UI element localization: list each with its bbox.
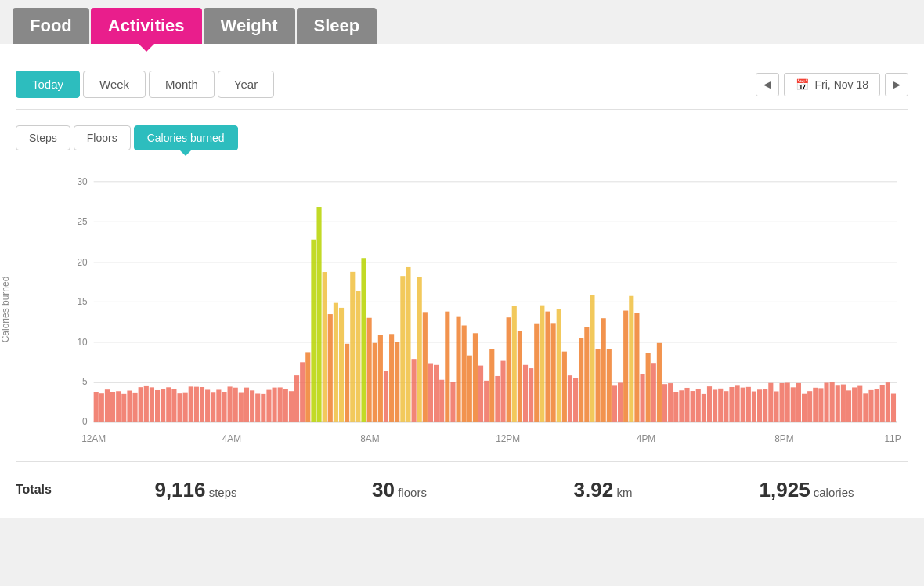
svg-rect-83 (439, 380, 444, 422)
svg-rect-91 (484, 381, 489, 422)
svg-rect-31 (150, 387, 154, 422)
svg-text:0: 0 (82, 416, 88, 427)
svg-rect-44 (222, 392, 226, 421)
svg-rect-63 (328, 314, 333, 422)
svg-rect-85 (450, 382, 455, 421)
svg-rect-112 (601, 318, 606, 422)
svg-rect-52 (266, 390, 271, 422)
svg-rect-57 (294, 375, 299, 422)
nav-tab-weight[interactable]: Weight (204, 8, 295, 44)
current-date-label: Fri, Nov 18 (815, 78, 868, 91)
svg-rect-99 (529, 368, 533, 422)
svg-rect-128 (691, 391, 695, 422)
svg-rect-135 (729, 387, 734, 422)
svg-rect-78 (412, 359, 417, 422)
floors-unit: floors (398, 486, 427, 499)
svg-rect-160 (868, 390, 873, 422)
svg-rect-76 (400, 276, 405, 422)
svg-rect-140 (757, 389, 762, 422)
svg-rect-137 (741, 388, 745, 422)
svg-rect-139 (752, 392, 756, 422)
svg-rect-32 (155, 390, 160, 422)
totals-floors: 30 floors (298, 478, 501, 502)
svg-rect-114 (612, 385, 617, 422)
svg-rect-142 (768, 383, 773, 422)
main-content: Today Week Month Year ◀ 📅 Fri, Nov 18 ▶ … (0, 44, 924, 518)
svg-rect-84 (445, 312, 449, 422)
svg-rect-64 (334, 303, 338, 422)
svg-rect-73 (384, 371, 388, 422)
svg-rect-103 (551, 323, 556, 422)
svg-rect-143 (774, 391, 778, 421)
svg-rect-77 (406, 267, 410, 422)
prev-date-button[interactable]: ◀ (756, 73, 779, 96)
svg-rect-60 (311, 240, 316, 422)
svg-rect-53 (273, 388, 277, 422)
svg-text:5: 5 (82, 376, 88, 387)
svg-rect-118 (634, 313, 639, 422)
chart-tabs: Steps Floors Calories burned (16, 125, 908, 150)
period-bar: Today Week Month Year ◀ 📅 Fri, Nov 18 ▶ (16, 60, 908, 110)
svg-rect-122 (657, 343, 662, 422)
svg-rect-80 (423, 312, 428, 422)
svg-rect-42 (211, 392, 215, 422)
period-tab-month[interactable]: Month (149, 71, 215, 98)
svg-rect-45 (228, 386, 233, 421)
svg-rect-163 (886, 382, 890, 422)
svg-rect-23 (105, 389, 110, 422)
calories-unit: calories (814, 486, 854, 499)
svg-rect-155 (841, 385, 846, 422)
svg-rect-75 (395, 342, 399, 421)
svg-rect-27 (127, 391, 132, 422)
period-tab-week[interactable]: Week (83, 71, 146, 98)
svg-rect-24 (110, 392, 115, 422)
svg-rect-144 (779, 383, 784, 422)
svg-rect-129 (696, 389, 701, 422)
svg-rect-94 (500, 361, 505, 422)
nav-tab-food[interactable]: Food (13, 8, 89, 44)
svg-rect-95 (507, 317, 511, 422)
svg-rect-149 (807, 391, 812, 422)
chart-tab-steps[interactable]: Steps (16, 125, 70, 150)
nav-tab-activities[interactable]: Activities (91, 8, 202, 44)
totals-distance: 3.92 km (501, 478, 705, 502)
svg-rect-39 (194, 387, 199, 422)
next-date-button[interactable]: ▶ (885, 73, 908, 96)
calories-value: 1,925 (760, 478, 810, 501)
svg-rect-153 (830, 382, 835, 422)
svg-text:12AM: 12AM (81, 433, 106, 444)
svg-rect-111 (596, 349, 601, 422)
period-tab-today[interactable]: Today (16, 71, 80, 98)
chart-tab-calories[interactable]: Calories burned (134, 125, 238, 150)
svg-rect-124 (668, 383, 673, 422)
svg-rect-62 (323, 272, 327, 422)
svg-rect-109 (584, 327, 589, 422)
distance-value: 3.92 (574, 478, 614, 501)
date-display: 📅 Fri, Nov 18 (784, 73, 880, 96)
svg-rect-152 (824, 382, 828, 421)
svg-rect-36 (177, 393, 182, 422)
svg-rect-161 (875, 389, 879, 422)
svg-rect-98 (523, 365, 528, 422)
svg-rect-97 (518, 331, 522, 422)
svg-rect-37 (183, 393, 188, 422)
svg-rect-70 (367, 318, 372, 422)
svg-text:4PM: 4PM (637, 433, 655, 444)
top-navigation: Food Activities Weight Sleep (0, 0, 924, 44)
nav-tab-sleep[interactable]: Sleep (297, 8, 377, 44)
svg-rect-110 (590, 295, 594, 422)
svg-text:11PM: 11PM (885, 433, 901, 444)
svg-rect-146 (791, 387, 796, 422)
svg-rect-79 (417, 277, 422, 422)
svg-rect-145 (785, 383, 790, 422)
svg-rect-28 (132, 393, 137, 422)
svg-rect-48 (244, 388, 249, 422)
svg-rect-100 (534, 324, 539, 422)
svg-rect-34 (166, 387, 171, 422)
period-tab-year[interactable]: Year (218, 71, 274, 98)
svg-rect-90 (478, 366, 483, 422)
chart-tab-floors[interactable]: Floors (74, 125, 131, 150)
svg-rect-26 (121, 394, 126, 422)
svg-rect-138 (746, 387, 751, 422)
distance-unit: km (616, 486, 632, 499)
